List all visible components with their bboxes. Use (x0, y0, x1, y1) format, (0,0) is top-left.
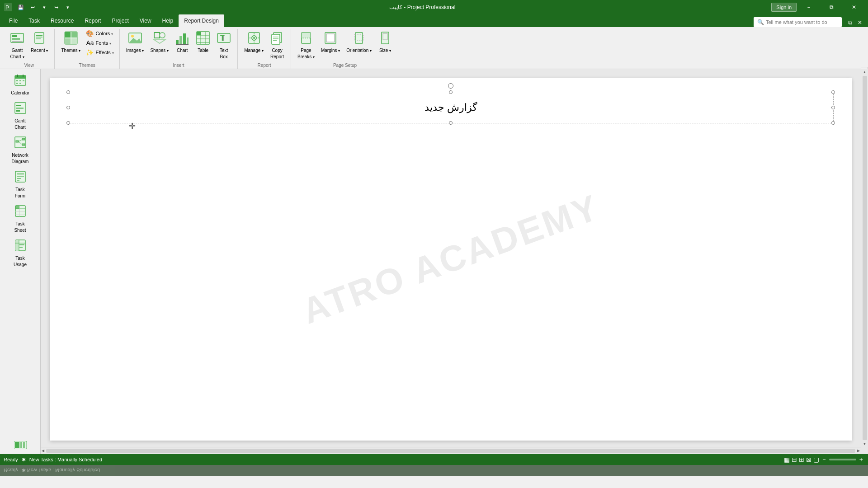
main-layout: Calendar Gantt Chart (0, 69, 868, 454)
svg-rect-15 (71, 38, 77, 44)
handle-bot-mid[interactable] (449, 121, 453, 125)
undo-dropdown[interactable]: ▾ (39, 2, 50, 13)
chart-btn[interactable]: Chart (172, 29, 192, 55)
effects-label: Effects ▾ (95, 50, 113, 55)
sidebar-item-task-usage[interactable]: Task Usage (2, 236, 39, 270)
ribbon-group-themes: Themes ▾ 🎨 Colors ▾ Aa Fonts ▾ ✨ Effects… (55, 29, 119, 69)
sidebar-view-selector[interactable] (12, 439, 28, 452)
page-canvas: ATRO ACADEMY گزارش جدید ✛ (50, 78, 852, 441)
svg-rect-66 (16, 83, 18, 84)
view-split-icon[interactable]: ⊠ (806, 456, 811, 463)
qa-more[interactable]: ▾ (62, 2, 73, 13)
svg-rect-5 (12, 34, 12, 42)
tab-project[interactable]: Project (106, 14, 134, 27)
restore-btn[interactable]: ⧉ (821, 0, 842, 14)
orientation-icon (352, 31, 366, 47)
scroll-down-btn[interactable]: ▼ (862, 441, 868, 447)
svg-text:P: P (5, 5, 9, 11)
bottom-tasks: ✱ New Tasks : Manually Scheduled (22, 468, 100, 474)
zoom-slider[interactable] (829, 459, 856, 460)
scroll-left-btn[interactable]: ◀ (41, 448, 45, 454)
textbox-btn[interactable]: T Text Box (214, 29, 234, 61)
orientation-btn[interactable]: Orientation ▾ (344, 29, 374, 55)
quick-access-toolbar: 💾 ↩ ▾ ↪ ▾ (15, 2, 73, 13)
table-icon (196, 31, 210, 47)
report-title-textbox[interactable]: گزارش جدید (68, 92, 834, 123)
fonts-btn[interactable]: Aa Fonts ▾ (84, 38, 115, 47)
gantt-sidebar-icon (14, 102, 27, 117)
tab-report-design[interactable]: Report Design (179, 14, 224, 27)
redo-btn[interactable]: ↪ (51, 2, 61, 13)
handle-bot-right[interactable] (831, 121, 835, 125)
manage-btn[interactable]: Manage ▾ (241, 29, 266, 55)
svg-rect-81 (17, 178, 21, 179)
view-task-icon[interactable]: ⊟ (792, 456, 797, 463)
undo-btn[interactable]: ↩ (27, 2, 38, 13)
handle-top-left[interactable] (66, 90, 70, 94)
copy-report-label2: Report (270, 54, 284, 60)
colors-btn[interactable]: 🎨 Colors ▾ (84, 29, 115, 38)
zoom-plus[interactable]: ＋ (858, 455, 864, 464)
table-btn[interactable]: Table (193, 29, 213, 55)
svg-rect-47 (273, 38, 278, 39)
svg-rect-71 (16, 110, 20, 112)
svg-point-39 (253, 37, 255, 39)
gantt-chart-btn[interactable]: Gantt Chart ▾ (7, 29, 27, 61)
page-breaks-icon (299, 31, 313, 47)
size-btn[interactable]: Size ▾ (375, 29, 395, 55)
recent-btn[interactable]: Recent ▾ (28, 29, 51, 55)
svg-rect-90 (15, 240, 19, 251)
handle-mid-right[interactable] (831, 106, 835, 109)
scroll-right-btn[interactable]: ▶ (856, 448, 861, 454)
tab-resource[interactable]: Resource (45, 14, 79, 27)
scroll-up-btn[interactable]: ▲ (862, 69, 868, 75)
sidebar-item-task-sheet[interactable]: Task Sheet (2, 202, 39, 235)
tab-file[interactable]: File (4, 14, 23, 27)
tab-help[interactable]: Help (157, 14, 179, 27)
ribbon-group-insert: Images ▾ Shapes ▾ (120, 29, 238, 69)
ribbon-group-view: Gantt Chart ▾ Recent ▾ View (4, 29, 55, 69)
horizontal-scrollbar[interactable]: ◀ ▶ (41, 447, 861, 454)
handle-top-mid[interactable] (449, 90, 453, 94)
sidebar-item-gantt[interactable]: Gantt Chart (2, 99, 39, 132)
shapes-btn[interactable]: Shapes ▾ (147, 29, 171, 55)
handle-mid-left[interactable] (66, 106, 70, 109)
textbox-label2: Box (220, 54, 228, 60)
save-quick-btn[interactable]: 💾 (15, 2, 26, 13)
copy-report-btn[interactable]: Copy Report (267, 29, 287, 61)
close-btn[interactable]: ✕ (844, 0, 864, 14)
sidebar-item-network[interactable]: Network Diagram (2, 133, 39, 167)
view-gantt-icon[interactable]: ▦ (784, 456, 790, 463)
effects-btn[interactable]: ✨ Effects ▾ (84, 48, 115, 57)
sidebar-item-calendar[interactable]: Calendar (2, 71, 39, 98)
svg-rect-82 (17, 180, 19, 181)
handle-bot-left[interactable] (66, 121, 70, 125)
view-calendar-icon[interactable]: ▢ (813, 456, 819, 463)
zoom-minus[interactable]: － (821, 455, 827, 464)
bottom-bar: Ready ✱ New Tasks : Manually Scheduled (0, 465, 868, 476)
tab-report[interactable]: Report (79, 14, 106, 27)
page-breaks-btn[interactable]: Page Breaks ▾ (295, 29, 317, 61)
recent-label: Recent ▾ (31, 48, 48, 53)
images-btn[interactable]: Images ▾ (123, 29, 147, 55)
svg-rect-4 (12, 38, 20, 40)
minimize-btn[interactable]: － (798, 0, 819, 14)
view-network-icon[interactable]: ⊞ (799, 456, 804, 463)
search-input[interactable] (766, 19, 838, 25)
ribbon-close-btn[interactable]: ✕ (855, 18, 864, 27)
vertical-scrollbar[interactable]: ▲ ▼ (861, 69, 868, 447)
sign-in-button[interactable]: Sign in (771, 3, 797, 12)
ribbon-restore-btn[interactable]: ⧉ (845, 18, 854, 27)
handle-top-right[interactable] (831, 90, 835, 94)
svg-rect-23 (179, 36, 182, 44)
svg-rect-45 (272, 34, 280, 44)
margins-btn[interactable]: Margins ▾ (318, 29, 343, 55)
ribbon-search[interactable]: 🔍 (754, 17, 842, 27)
task-usage-icon (14, 239, 27, 254)
themes-btn[interactable]: Themes ▾ (58, 29, 83, 55)
handle-rotate[interactable] (448, 83, 453, 89)
tab-view[interactable]: View (134, 14, 157, 27)
svg-rect-19 (154, 33, 160, 38)
tab-task[interactable]: Task (23, 14, 45, 27)
sidebar-item-task-form[interactable]: Task Form (2, 168, 39, 201)
